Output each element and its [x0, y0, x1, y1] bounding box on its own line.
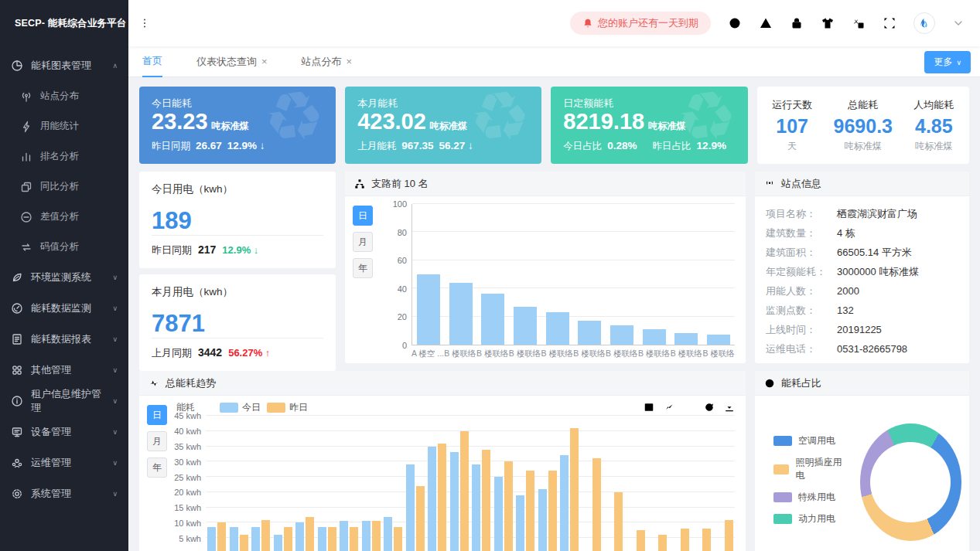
- bar-today[interactable]: [251, 527, 260, 551]
- bar-yesterday[interactable]: [261, 520, 270, 551]
- toggle-year[interactable]: 年: [353, 258, 373, 278]
- bar-today[interactable]: [207, 527, 216, 551]
- bar-yesterday[interactable]: [482, 450, 490, 551]
- bar-yesterday[interactable]: [504, 461, 513, 551]
- tab-site-distribution[interactable]: 站点分布×: [302, 46, 353, 77]
- bar[interactable]: [707, 335, 730, 345]
- bar-group[interactable]: [412, 204, 445, 345]
- sidebar-item-energy-statistics[interactable]: 用能统计: [0, 111, 128, 141]
- bar-yesterday[interactable]: [614, 492, 623, 551]
- bar-today[interactable]: [450, 452, 459, 551]
- bar-series[interactable]: [206, 416, 735, 551]
- bar-yesterday[interactable]: [570, 428, 579, 551]
- translate-icon[interactable]: [852, 16, 866, 30]
- bar-today[interactable]: [295, 522, 304, 551]
- bar-yesterday[interactable]: [681, 529, 689, 551]
- legend-item-lighting[interactable]: 照明插座用电: [773, 456, 843, 482]
- bar-group[interactable]: [691, 416, 713, 551]
- bar-group[interactable]: [702, 204, 735, 345]
- bar-group[interactable]: [671, 204, 703, 345]
- bar-group[interactable]: [574, 204, 606, 345]
- bar[interactable]: [578, 321, 601, 345]
- bar-group[interactable]: [382, 416, 405, 551]
- bar-chart-icon[interactable]: [684, 402, 695, 413]
- bar-yesterday[interactable]: [372, 521, 381, 551]
- bar-today[interactable]: [274, 535, 282, 551]
- bar-group[interactable]: [476, 204, 509, 345]
- bar-today[interactable]: [560, 455, 569, 551]
- bar[interactable]: [546, 312, 569, 345]
- bar-group[interactable]: [669, 416, 691, 551]
- bar-yesterday[interactable]: [548, 471, 557, 551]
- bar-yesterday[interactable]: [637, 530, 645, 551]
- bar-yesterday[interactable]: [394, 527, 402, 551]
- bar-group[interactable]: [606, 204, 638, 345]
- sidebar-group-device-management[interactable]: 设备管理 ∨: [0, 417, 128, 447]
- toggle-day[interactable]: 日: [147, 405, 167, 425]
- bar-yesterday[interactable]: [592, 458, 601, 551]
- sidebar-group-tenant-info[interactable]: 租户信息维护管理 ∨: [0, 386, 128, 417]
- bar-group[interactable]: [360, 416, 383, 551]
- bar-group[interactable]: [272, 416, 295, 551]
- bar-yesterday[interactable]: [284, 527, 292, 551]
- bar-yesterday[interactable]: [460, 431, 469, 551]
- donut-chart[interactable]: [860, 423, 961, 541]
- legend-item-today[interactable]: 今日: [220, 401, 261, 414]
- sidebar-group-energy-reports[interactable]: 能耗数据报表 ∨: [0, 324, 128, 355]
- toggle-day[interactable]: 日: [353, 206, 373, 226]
- bar-yesterday[interactable]: [526, 471, 534, 551]
- close-tab-icon[interactable]: ×: [347, 56, 353, 67]
- bar-group[interactable]: [581, 416, 603, 551]
- bar-group[interactable]: [426, 416, 449, 551]
- bar-today[interactable]: [516, 495, 524, 551]
- sidebar-item-site-distribution[interactable]: 站点分布: [0, 81, 128, 111]
- bar-yesterday[interactable]: [658, 535, 667, 551]
- sidebar-group-ops-management[interactable]: 运维管理 ∨: [0, 447, 128, 478]
- sidebar-group-environment-monitoring[interactable]: 环境监测系统 ∨: [0, 262, 128, 293]
- user-avatar[interactable]: [913, 12, 935, 34]
- account-expiry-notice[interactable]: 您的账户还有一天到期: [570, 12, 711, 35]
- data-view-icon[interactable]: [644, 402, 654, 413]
- sidebar-group-system-management[interactable]: 系统管理 ∨: [0, 478, 128, 509]
- bar[interactable]: [610, 325, 633, 345]
- bar-group[interactable]: [638, 204, 671, 345]
- bar-group[interactable]: [603, 416, 625, 551]
- toggle-month[interactable]: 月: [353, 232, 373, 252]
- line-chart-icon[interactable]: [664, 402, 674, 413]
- bar-yesterday[interactable]: [416, 486, 425, 551]
- tab-home[interactable]: 首页: [142, 46, 162, 77]
- bar-group[interactable]: [625, 416, 647, 551]
- collapse-menu-icon[interactable]: [142, 16, 156, 30]
- bar-group[interactable]: [713, 416, 736, 551]
- bar[interactable]: [449, 283, 473, 345]
- close-tab-icon[interactable]: ×: [261, 56, 268, 67]
- chevron-down-icon[interactable]: [952, 17, 965, 29]
- bar-yesterday[interactable]: [438, 444, 446, 551]
- bar-today[interactable]: [428, 447, 436, 551]
- bar-yesterday[interactable]: [702, 529, 711, 551]
- bar-yesterday[interactable]: [725, 520, 733, 551]
- bar-group[interactable]: [228, 416, 251, 551]
- refresh-icon[interactable]: [704, 402, 715, 413]
- legend-item-power[interactable]: 动力用电: [773, 512, 843, 525]
- bar-yesterday[interactable]: [240, 535, 248, 551]
- bar-group[interactable]: [558, 416, 581, 551]
- bar-group[interactable]: [316, 416, 339, 551]
- bar[interactable]: [481, 294, 504, 345]
- bar-today[interactable]: [362, 521, 370, 551]
- legend-item-ac[interactable]: 空调用电: [773, 434, 843, 447]
- fullscreen-icon[interactable]: [883, 16, 896, 30]
- bar-group[interactable]: [449, 416, 471, 551]
- bar-group[interactable]: [470, 416, 493, 551]
- bar-group[interactable]: [250, 416, 272, 551]
- bar-group[interactable]: [493, 416, 515, 551]
- sidebar-item-ranking-analysis[interactable]: 排名分析: [0, 141, 128, 172]
- bar-group[interactable]: [445, 204, 477, 345]
- bar-today[interactable]: [494, 477, 503, 551]
- lock-icon[interactable]: [790, 16, 804, 30]
- sidebar-item-yoy-analysis[interactable]: 同比分析: [0, 172, 128, 202]
- bar-group[interactable]: [294, 416, 316, 551]
- bar[interactable]: [674, 333, 698, 345]
- bar-today[interactable]: [340, 521, 348, 551]
- more-tabs-button[interactable]: 更多∨: [924, 51, 971, 73]
